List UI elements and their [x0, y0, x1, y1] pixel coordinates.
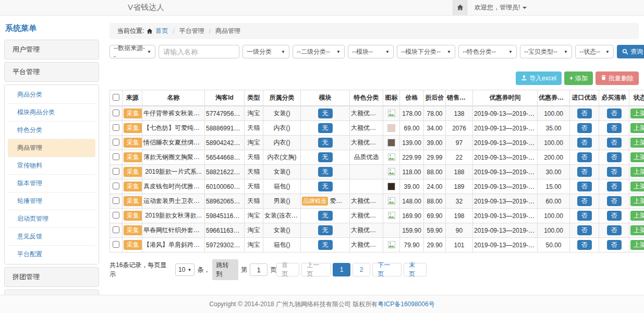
- sidebar-item-bottom-1[interactable]: 省惠快报: [4, 290, 99, 295]
- status-badge[interactable]: 上架: [630, 138, 644, 148]
- must-buy-toggle-badge[interactable]: 否: [607, 123, 622, 133]
- module-sub-category-select[interactable]: --模块下分类--▼: [397, 45, 455, 58]
- import-toggle-badge[interactable]: 否: [577, 196, 592, 206]
- sidebar-subitem-启动页管理[interactable]: 启动页管理: [8, 210, 95, 228]
- sidebar-subitem-商品管理[interactable]: 商品管理: [8, 139, 95, 157]
- row-checkbox[interactable]: [113, 197, 119, 204]
- cell-module: 品牌精选 爱上运动: [301, 194, 350, 209]
- source-badge: 采集: [124, 109, 142, 118]
- status-badge[interactable]: 上架: [630, 152, 644, 162]
- must-buy-toggle-badge[interactable]: 否: [607, 240, 622, 250]
- import-toggle-badge[interactable]: 否: [577, 182, 592, 191]
- import-toggle-badge[interactable]: 否: [577, 225, 592, 235]
- import-toggle-badge[interactable]: 否: [577, 123, 592, 133]
- icp-link[interactable]: 粤ICP备16098006号: [378, 300, 434, 309]
- row-checkbox[interactable]: [113, 153, 119, 160]
- row-checkbox[interactable]: [113, 168, 119, 175]
- sidebar-subitem-版本管理[interactable]: 版本管理: [8, 175, 95, 192]
- status-badge[interactable]: 上架: [630, 182, 644, 191]
- cell-coupon-time: 2019-09-13—2019-09-17: [473, 209, 538, 223]
- module-select[interactable]: --模块--▼: [348, 45, 394, 58]
- caret-down-icon: [523, 7, 527, 9]
- home-button[interactable]: [453, 0, 467, 15]
- import-excel-button[interactable]: 导入excel: [516, 71, 562, 85]
- row-checkbox[interactable]: [113, 212, 119, 219]
- status-select[interactable]: --状态--▼: [575, 45, 614, 58]
- sidebar-subitem-商品分类[interactable]: 商品分类: [8, 86, 95, 104]
- row-checkbox[interactable]: [113, 241, 119, 248]
- must-buy-toggle-badge[interactable]: 否: [607, 167, 622, 177]
- must-buy-toggle-badge[interactable]: 否: [607, 138, 622, 148]
- status-badge[interactable]: 上架: [630, 225, 644, 235]
- cell-source: 采集: [123, 136, 142, 150]
- import-toggle-badge[interactable]: 否: [577, 240, 592, 250]
- sidebar-subitem-宣传物料[interactable]: 宣传物料: [8, 157, 95, 175]
- chevron-down-icon: ▼: [187, 268, 191, 272]
- cell-must-buy: 否: [599, 121, 629, 136]
- page-button-首页[interactable]: 首页: [276, 263, 299, 276]
- status-badge[interactable]: 上架: [630, 196, 644, 206]
- must-buy-toggle-badge[interactable]: 否: [607, 225, 622, 235]
- import-toggle-badge[interactable]: 否: [577, 152, 592, 162]
- row-checkbox[interactable]: [113, 226, 119, 233]
- select-all-checkbox[interactable]: [113, 94, 119, 101]
- sidebar-item-bottom-0[interactable]: 拼团管理: [4, 267, 99, 287]
- status-badge[interactable]: 上架: [630, 123, 644, 133]
- cell-name: 牛仔背带裤女秋装减龄...: [142, 106, 205, 121]
- status-badge[interactable]: 上架: [630, 109, 644, 118]
- breadcrumb-home-link[interactable]: 首页: [155, 27, 168, 35]
- must-buy-toggle-badge[interactable]: 否: [607, 196, 622, 206]
- import-toggle-badge[interactable]: 否: [577, 109, 592, 118]
- pagination-buttons: 首页上一页12下一页末页: [276, 263, 427, 276]
- must-buy-toggle-badge[interactable]: 否: [607, 109, 622, 118]
- jump-page-input[interactable]: [250, 263, 268, 276]
- item-type-select[interactable]: --宝贝类型--▼: [520, 45, 572, 58]
- must-buy-toggle-badge[interactable]: 否: [607, 211, 622, 221]
- add-button[interactable]: + 添加: [564, 71, 593, 85]
- sidebar-subitem-平台配置[interactable]: 平台配置: [8, 246, 95, 263]
- page-button-2[interactable]: 2: [353, 263, 370, 276]
- status-badge[interactable]: 上架: [630, 240, 644, 250]
- import-toggle-badge[interactable]: 否: [577, 167, 592, 177]
- status-badge[interactable]: 上架: [630, 211, 644, 221]
- page-button-下一页[interactable]: 下一页: [372, 263, 402, 276]
- sidebar-item-platform-management[interactable]: 平台管理: [4, 62, 99, 82]
- data-source-select[interactable]: --数据来源--▼: [110, 45, 155, 58]
- sidebar-subitem-特色分类[interactable]: 特色分类: [8, 122, 95, 139]
- search-button[interactable]: 查询: [617, 45, 644, 58]
- import-toggle-badge[interactable]: 否: [577, 138, 592, 148]
- jump-button[interactable]: 跳转到: [212, 259, 238, 280]
- row-checkbox[interactable]: [113, 110, 119, 116]
- status-badge[interactable]: 上架: [630, 167, 644, 177]
- sidebar-item-user-management[interactable]: 用户管理: [4, 40, 99, 59]
- sidebar-subitem-轮播管理[interactable]: 轮播管理: [8, 192, 95, 210]
- sidebar-subitem-模块商品分类[interactable]: 模块商品分类: [8, 104, 95, 122]
- no-module-badge: 无: [318, 225, 333, 235]
- user-menu[interactable]: 欢迎您，管理员!: [475, 3, 527, 12]
- row-checkbox[interactable]: [113, 139, 119, 146]
- row-checkbox[interactable]: [113, 183, 119, 189]
- cell-name: 2019新款女秋薄款...: [142, 209, 205, 223]
- cell-taoke-id: 598451162391: [205, 209, 245, 223]
- must-buy-toggle-badge[interactable]: 否: [607, 152, 622, 162]
- batch-delete-button[interactable]: 批量删除: [596, 71, 639, 85]
- select-value: --状态--: [579, 47, 600, 56]
- level2-category-select[interactable]: --二级分类--▼: [293, 45, 345, 58]
- name-input[interactable]: [159, 45, 239, 58]
- page-button-上一页[interactable]: 上一页: [301, 263, 331, 276]
- page-button-1[interactable]: 1: [333, 263, 350, 276]
- select-value: --模块下分类--: [401, 47, 441, 56]
- source-badge: 采集: [124, 123, 142, 133]
- cell-sales: 32: [446, 194, 473, 209]
- cell-must-buy: 否: [599, 165, 629, 179]
- cell-name: 薄款无钢圈文胸聚拢性...: [142, 150, 205, 165]
- feature-category-select[interactable]: --特色分类--▼: [458, 45, 517, 58]
- import-toggle-badge[interactable]: 否: [577, 211, 592, 221]
- level1-category-select[interactable]: 一级分类▼: [242, 45, 289, 58]
- row-checkbox[interactable]: [113, 124, 119, 131]
- page-button-末页[interactable]: 末页: [404, 263, 427, 276]
- sidebar-subitem-意见反馈[interactable]: 意见反馈: [8, 228, 95, 246]
- must-buy-toggle-badge[interactable]: 否: [607, 182, 622, 191]
- page-size-select[interactable]: 10▼: [175, 263, 195, 276]
- cell-module: 无: [301, 136, 350, 150]
